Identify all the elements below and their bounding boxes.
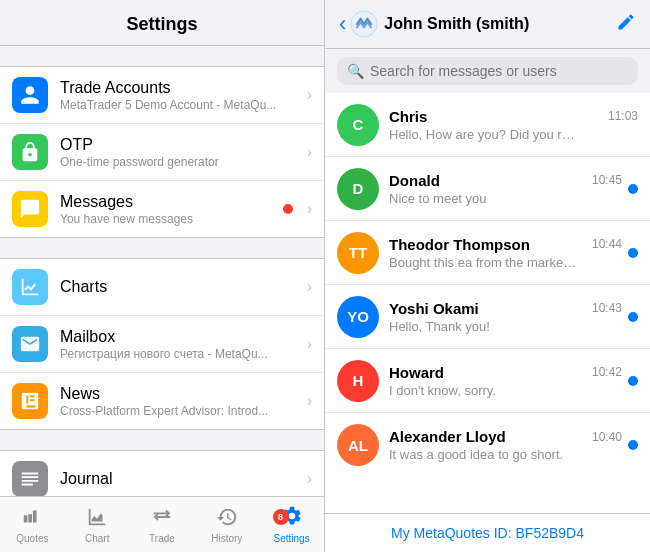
settings-section-1: Trade Accounts MetaTrader 5 Demo Account… — [0, 66, 324, 238]
edit-button[interactable] — [616, 12, 636, 37]
contact-name-chris: Chris — [389, 108, 427, 125]
messages-icon — [12, 191, 48, 227]
chevron-icon: › — [307, 470, 312, 488]
avatar-alexander: AL — [337, 424, 379, 466]
charts-title: Charts — [60, 278, 301, 296]
settings-item-news[interactable]: News Cross-Platform Expert Advisor: Intr… — [0, 373, 324, 429]
message-item-howard[interactable]: H Howard 10:42 I don't know, sorry. — [325, 349, 650, 413]
tab-bar: Quotes Chart Trade History 8 — [0, 496, 324, 552]
avatar-donald: D — [337, 168, 379, 210]
unread-dot-theodor — [628, 248, 638, 258]
contact-name-yoshi: Yoshi Okami — [389, 300, 479, 317]
history-tab-label: History — [211, 533, 242, 544]
contact-name-alexander: Alexander Lloyd — [389, 428, 506, 445]
tab-chart[interactable]: Chart — [65, 497, 130, 552]
messages-header: ‹ John Smith (smith) — [325, 0, 650, 49]
msg-time-alexander: 10:40 — [592, 430, 622, 444]
message-item-theodor[interactable]: TT Theodor Thompson 10:44 Bought this ea… — [325, 221, 650, 285]
chevron-icon: › — [307, 200, 312, 218]
msg-preview-donald: Nice to meet you — [389, 191, 579, 206]
settings-item-trade-accounts[interactable]: Trade Accounts MetaTrader 5 Demo Account… — [0, 67, 324, 124]
msg-preview-theodor: Bought this ea from the market. Works go… — [389, 255, 579, 270]
contact-name-theodor: Theodor Thompson — [389, 236, 530, 253]
unread-dot-yoshi — [628, 312, 638, 322]
msg-preview-howard: I don't know, sorry. — [389, 383, 579, 398]
chart-tab-icon — [86, 506, 108, 531]
settings-item-otp[interactable]: OTP One-time password generator › — [0, 124, 324, 181]
chevron-icon: › — [307, 278, 312, 296]
msg-time-donald: 10:45 — [592, 173, 622, 187]
unread-dot-alexander — [628, 440, 638, 450]
msg-time-yoshi: 10:43 — [592, 301, 622, 315]
avatar-chris: C — [337, 104, 379, 146]
search-icon: 🔍 — [347, 63, 364, 79]
charts-icon — [12, 269, 48, 305]
journal-icon — [12, 461, 48, 496]
tab-quotes[interactable]: Quotes — [0, 497, 65, 552]
settings-badge: 8 — [273, 509, 289, 525]
msg-preview-yoshi: Hello, Thank you! — [389, 319, 579, 334]
history-tab-icon — [216, 506, 238, 531]
trade-accounts-subtitle: MetaTrader 5 Demo Account - MetaQu... — [60, 98, 301, 112]
msg-preview-chris: Hello, How are you? Did you receive my e… — [389, 127, 579, 142]
metaquotes-logo-icon — [350, 10, 378, 38]
footer-bar: My MetaQuotes ID: BF52B9D4 — [325, 513, 650, 552]
mailbox-subtitle: Регистрация нового счета - MetaQu... — [60, 347, 301, 361]
quotes-tab-icon — [21, 506, 43, 531]
msg-preview-alexander: It was a good idea to go short. — [389, 447, 579, 462]
message-item-alexander[interactable]: AL Alexander Lloyd 10:40 It was a good i… — [325, 413, 650, 477]
otp-title: OTP — [60, 136, 301, 154]
trade-tab-icon — [151, 506, 173, 531]
journal-title: Journal — [60, 470, 301, 488]
tab-history[interactable]: History — [194, 497, 259, 552]
msg-time-chris: 11:03 — [608, 109, 638, 123]
settings-tab-label: Settings — [274, 533, 310, 544]
news-subtitle: Cross-Platform Expert Advisor: Introd... — [60, 404, 301, 418]
metaquotes-id[interactable]: My MetaQuotes ID: BF52B9D4 — [391, 525, 584, 541]
settings-title: Settings — [126, 14, 197, 34]
settings-item-messages[interactable]: Messages You have new messages › — [0, 181, 324, 237]
avatar-yoshi: YO — [337, 296, 379, 338]
chevron-icon: › — [307, 86, 312, 104]
chevron-icon: › — [307, 392, 312, 410]
message-item-chris[interactable]: C Chris 11:03 Hello, How are you? Did yo… — [325, 93, 650, 157]
tab-trade[interactable]: Trade — [130, 497, 195, 552]
messages-title: Messages — [60, 193, 283, 211]
trade-accounts-icon — [12, 77, 48, 113]
settings-item-charts[interactable]: Charts › — [0, 259, 324, 316]
otp-icon — [12, 134, 48, 170]
message-item-yoshi[interactable]: YO Yoshi Okami 10:43 Hello, Thank you! — [325, 285, 650, 349]
news-icon — [12, 383, 48, 419]
news-title: News — [60, 385, 301, 403]
message-item-donald[interactable]: D Donald 10:45 Nice to meet you — [325, 157, 650, 221]
messages-panel: ‹ John Smith (smith) 🔍 C Chris 11:03 Hel… — [325, 0, 650, 552]
contact-name-howard: Howard — [389, 364, 444, 381]
search-bar: 🔍 — [337, 57, 638, 85]
avatar-theodor: TT — [337, 232, 379, 274]
unread-dot-donald — [628, 184, 638, 194]
settings-item-journal[interactable]: Journal › — [0, 451, 324, 496]
trade-tab-label: Trade — [149, 533, 175, 544]
settings-section-3: Journal › About › — [0, 450, 324, 496]
avatar-howard: H — [337, 360, 379, 402]
msg-time-howard: 10:42 — [592, 365, 622, 379]
trade-accounts-title: Trade Accounts — [60, 79, 301, 97]
search-input[interactable] — [370, 63, 628, 79]
settings-section-2: Charts › Mailbox Регистрация нового счет… — [0, 258, 324, 430]
messages-list: C Chris 11:03 Hello, How are you? Did yo… — [325, 93, 650, 513]
quotes-tab-label: Quotes — [16, 533, 48, 544]
back-button[interactable]: ‹ — [339, 11, 346, 37]
messages-subtitle: You have new messages — [60, 212, 283, 226]
chart-tab-label: Chart — [85, 533, 109, 544]
unread-dot-howard — [628, 376, 638, 386]
otp-subtitle: One-time password generator — [60, 155, 301, 169]
chevron-icon: › — [307, 335, 312, 353]
settings-item-mailbox[interactable]: Mailbox Регистрация нового счета - MetaQ… — [0, 316, 324, 373]
settings-list: Trade Accounts MetaTrader 5 Demo Account… — [0, 46, 324, 496]
contact-name: John Smith (smith) — [384, 15, 616, 33]
messages-badge — [283, 204, 293, 214]
settings-header: Settings — [0, 0, 324, 46]
contact-name-donald: Donald — [389, 172, 440, 189]
msg-time-theodor: 10:44 — [592, 237, 622, 251]
tab-settings[interactable]: 8 Settings — [259, 497, 324, 552]
